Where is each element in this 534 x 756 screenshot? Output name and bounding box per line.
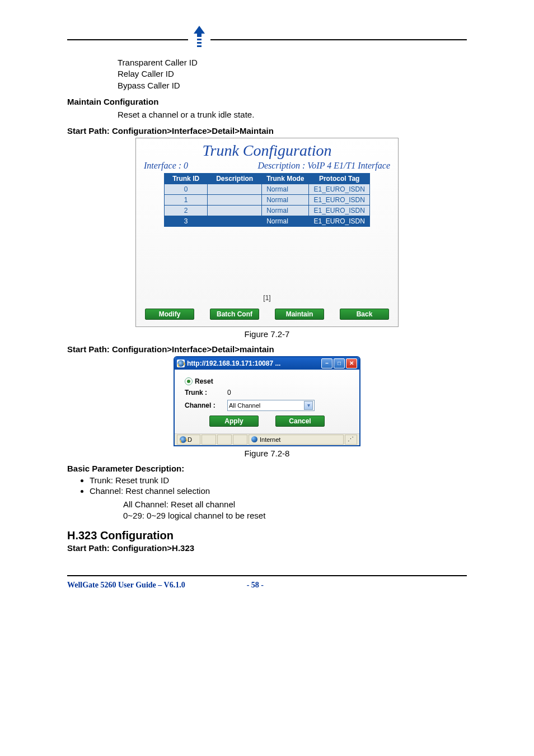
status-done: D xyxy=(177,435,200,445)
text: Relay Caller ID xyxy=(118,68,467,80)
cell-desc xyxy=(208,216,262,226)
table-row[interactable]: 3 Normal E1_EURO_ISDN xyxy=(165,216,370,226)
reset-label: Reset xyxy=(195,377,213,385)
internet-icon xyxy=(251,436,257,442)
start-path-1: Start Path: Configuration>Interface>Deta… xyxy=(67,126,467,136)
start-path-2: Start Path: Configuration>Interface>Deta… xyxy=(67,344,467,354)
cell-mode: Normal xyxy=(262,184,309,194)
sub-item: All Channel: Reset all channel xyxy=(123,499,467,510)
chevron-down-icon: ▾ xyxy=(304,401,313,410)
trunk-label: Trunk : xyxy=(185,389,224,396)
maintain-desc: Reset a channel or a trunk idle state. xyxy=(118,109,467,120)
channel-label: Channel : xyxy=(185,402,224,409)
text: Bypass Caller ID xyxy=(118,80,467,91)
maintain-config-heading: Maintain Configuration xyxy=(67,97,467,106)
text: Transparent Caller ID xyxy=(118,57,467,68)
cell-mode: Normal xyxy=(262,194,309,205)
description-label: Description : VoIP 4 E1/T1 Interface xyxy=(257,161,390,171)
cell-id: 3 xyxy=(165,216,208,226)
status-bar: D Internet ⋰ xyxy=(175,433,359,445)
list-item: Trunk: Reset trunk ID xyxy=(90,475,467,485)
table-row[interactable]: 0 Normal E1_EURO_ISDN xyxy=(165,184,370,194)
svg-rect-2 xyxy=(197,44,202,45)
list-item: Channel: Rest channel selection xyxy=(90,486,467,496)
footer-page: - 58 - xyxy=(247,581,264,590)
h323-heading: H.323 Configuration xyxy=(67,529,467,542)
th-description: Description xyxy=(208,173,262,184)
figure-caption-728: Figure 7.2-8 xyxy=(67,449,467,458)
status-zone: Internet xyxy=(249,435,344,445)
svg-rect-0 xyxy=(197,37,202,39)
back-button[interactable]: Back xyxy=(340,309,389,320)
brand-logo-icon xyxy=(188,25,210,49)
svg-rect-1 xyxy=(197,40,202,42)
interface-label: Interface : 0 xyxy=(144,161,188,171)
cell-mode: Normal xyxy=(262,205,309,216)
status-seg xyxy=(233,435,247,445)
figure-caption-727: Figure 7.2-7 xyxy=(67,329,467,339)
pager: [1] xyxy=(136,294,398,302)
trunk-config-title: Trunk Configuration xyxy=(136,138,398,161)
caller-id-list: Transparent Caller ID Relay Caller ID By… xyxy=(118,57,467,91)
maximize-button[interactable]: □ xyxy=(334,358,345,368)
cell-id: 2 xyxy=(165,205,208,216)
close-button[interactable]: ✕ xyxy=(346,358,357,368)
cell-tag: E1_EURO_ISDN xyxy=(309,194,369,205)
cell-desc xyxy=(208,205,262,216)
cell-tag: E1_EURO_ISDN xyxy=(309,216,369,226)
apply-button[interactable]: Apply xyxy=(209,416,259,427)
th-trunk-id: Trunk ID xyxy=(165,173,208,184)
sub-item: 0~29: 0~29 logical channel to be reset xyxy=(123,510,467,521)
channel-select-value: All Channel xyxy=(229,402,260,409)
batch-conf-button[interactable]: Batch Conf xyxy=(210,309,259,320)
h323-path: Start Path: Configuration>H.323 xyxy=(67,543,467,553)
status-seg xyxy=(217,435,232,445)
window-title: http://192.168.19.171:10087 ... xyxy=(187,360,320,367)
fig-trunk-configuration: Trunk Configuration Interface : 0 Descri… xyxy=(135,138,399,327)
ie-page-icon xyxy=(177,360,185,367)
table-row[interactable]: 2 Normal E1_EURO_ISDN xyxy=(165,205,370,216)
fig-maintain-popup: http://192.168.19.171:10087 ... – □ ✕ Re… xyxy=(174,356,360,446)
minimize-button[interactable]: – xyxy=(321,358,332,368)
th-protocol-tag: Protocol Tag xyxy=(309,173,369,184)
cell-mode: Normal xyxy=(262,216,309,226)
table-row[interactable]: 1 Normal E1_EURO_ISDN xyxy=(165,194,370,205)
param-list: Trunk: Reset trunk ID Channel: Rest chan… xyxy=(90,475,467,496)
cell-desc xyxy=(208,194,262,205)
footer-left: WellGate 5260 User Guide – V6.1.0 xyxy=(67,581,185,590)
trunk-value: 0 xyxy=(227,389,231,396)
channel-select[interactable]: All Channel ▾ xyxy=(227,400,315,411)
cell-tag: E1_EURO_ISDN xyxy=(309,205,369,216)
cell-tag: E1_EURO_ISDN xyxy=(309,184,369,194)
cell-id: 1 xyxy=(165,194,208,205)
resize-grip-icon: ⋰ xyxy=(345,435,357,445)
status-seg xyxy=(202,435,216,445)
trunk-table: Trunk ID Description Trunk Mode Protocol… xyxy=(164,173,370,227)
cell-id: 0 xyxy=(165,184,208,194)
reset-radio[interactable] xyxy=(185,377,193,385)
th-trunk-mode: Trunk Mode xyxy=(262,173,309,184)
basic-param-heading: Basic Parameter Description: xyxy=(67,464,467,473)
modify-button[interactable]: Modify xyxy=(145,309,194,320)
maintain-button[interactable]: Maintain xyxy=(275,309,324,320)
cell-desc xyxy=(208,184,262,194)
cancel-button[interactable]: Cancel xyxy=(275,416,325,427)
window-titlebar: http://192.168.19.171:10087 ... – □ ✕ xyxy=(175,357,359,370)
